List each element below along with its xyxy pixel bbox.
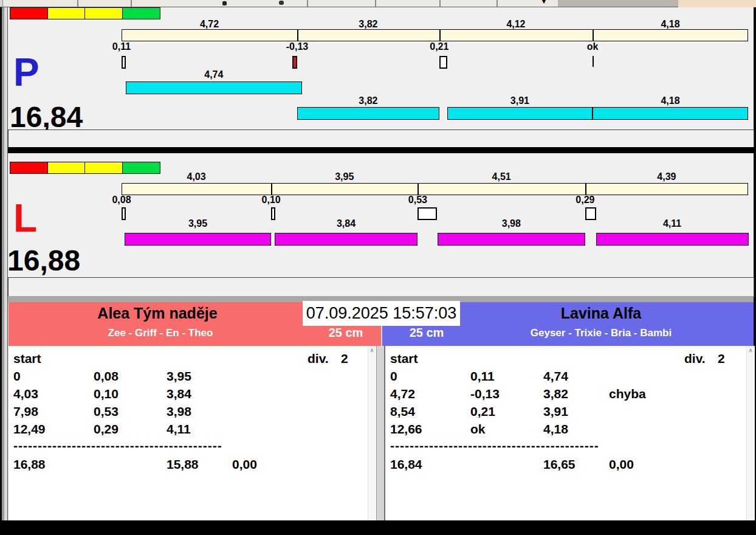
scroll-up-icon[interactable]: ∧: [368, 347, 376, 353]
start-light: [10, 162, 48, 174]
start-light: [122, 7, 160, 19]
team-size-class: 25 cm: [393, 326, 460, 340]
run-row-time: 12,66: [390, 422, 422, 437]
list-separator: ----------------------------------------…: [13, 438, 222, 453]
summary-total: 16,88: [13, 457, 46, 472]
run-row-exchange: -0,13: [470, 387, 500, 401]
exchange-marker: [439, 56, 447, 69]
exchange-time-label: -0,13: [255, 41, 340, 52]
dog-run-time-label: 3,91: [477, 95, 562, 106]
split-time-label: 4,18: [628, 19, 713, 30]
split-divider: [271, 184, 272, 195]
scrollbar[interactable]: ∧: [746, 346, 755, 520]
summary-total: 16,84: [390, 457, 422, 472]
dog-run-bar: [275, 233, 418, 246]
lane-label: P: [13, 52, 80, 95]
run-row-split: 3,95: [167, 369, 191, 384]
dog-run-bar: [593, 107, 748, 120]
exchange-marker: [122, 56, 126, 69]
split-divider: [585, 184, 586, 195]
list-separator: ----------------------------------------…: [390, 438, 599, 453]
exchange-time-label: 0,53: [375, 195, 460, 205]
run-row-exchange: 0,21: [470, 404, 495, 419]
run-row-split: 4,18: [543, 422, 568, 437]
summary-penalty: 0,00: [609, 457, 634, 472]
split-time-label: 4,12: [473, 19, 558, 30]
run-row-split: 3,82: [543, 387, 568, 401]
split-time-label: 3,82: [326, 19, 411, 30]
team-size-class: 25 cm: [312, 326, 379, 340]
team-run-list[interactable]: ∧ startdiv.200,114,744,72-0,133,82chyba8…: [384, 346, 755, 520]
run-row-split: 3,91: [543, 404, 568, 419]
split-divider: [418, 184, 419, 195]
split-divider: [297, 30, 298, 41]
scroll-up-icon[interactable]: ∧: [747, 347, 754, 353]
run-row-time: 0: [390, 369, 397, 384]
start-light: [84, 7, 123, 19]
exchange-marker: [585, 207, 596, 220]
exchange-marker: [271, 207, 275, 220]
exchange-marker: [292, 56, 297, 69]
dog-run-bar: [126, 81, 302, 94]
team-run-list[interactable]: ∧ startdiv.200,083,954,030,103,847,980,5…: [9, 346, 377, 520]
team-name: Lavina Alfa: [449, 305, 753, 322]
summary-penalty: 0,00: [232, 457, 257, 472]
run-row-time: 7,98: [13, 404, 38, 419]
lane-label: L: [13, 198, 80, 241]
start-light: [47, 162, 86, 174]
exchange-marker: [418, 207, 437, 220]
app-window: ▼ 4,723,824,124,180,11-0,130,21ok4,743,8…: [0, 0, 756, 535]
run-row-exchange: 0,11: [470, 369, 495, 384]
split-divider: [439, 30, 441, 41]
dog-run-bar: [297, 107, 439, 120]
run-row-exchange: 0,10: [94, 387, 119, 401]
run-row-exchange: 0,53: [94, 404, 119, 419]
start-light: [10, 7, 48, 19]
split-divider: [593, 30, 594, 41]
list-division-label: div.: [308, 351, 329, 366]
start-light: [47, 7, 86, 19]
split-time-label: 4,03: [154, 171, 239, 182]
split-time-label: 3,95: [302, 171, 387, 182]
run-row-split: 3,98: [167, 404, 191, 419]
dog-run-time-label: 4,18: [628, 95, 713, 106]
split-track: [122, 183, 748, 195]
clock: 07.09.2025 15:57:03: [303, 301, 460, 326]
run-row-time: 8,54: [390, 404, 415, 419]
split-time-label: 4,51: [459, 171, 544, 182]
exchange-time-label: 0,21: [397, 41, 482, 52]
scrollbar[interactable]: ∧: [368, 346, 376, 520]
list-division-value: 2: [718, 351, 725, 366]
run-row-split: 4,11: [167, 422, 191, 437]
exchange-time-label: 0,11: [79, 41, 164, 52]
list-start-label: start: [13, 351, 41, 366]
exchange-ok-tick: [593, 56, 594, 67]
team-dogs: Zee - Griff - En - Theo: [9, 327, 312, 339]
footer-bar: [0, 520, 756, 535]
dog-run-bar: [447, 107, 593, 120]
run-row-split: 4,74: [543, 369, 568, 384]
run-row-time: 0: [13, 369, 21, 384]
dog-run-bar: [438, 233, 585, 246]
run-row-note: chyba: [609, 387, 646, 401]
exchange-time-label: ok: [550, 41, 635, 52]
list-division-label: div.: [684, 351, 706, 366]
split-time-label: 4,39: [624, 171, 709, 182]
dog-run-bar: [596, 233, 749, 246]
dog-run-time-label: 3,98: [469, 218, 554, 229]
progress-strip-l: [8, 277, 754, 297]
run-row-time: 4,72: [390, 387, 415, 401]
teams-section: Alea Tým naděje Zee - Griff - En - Theo …: [8, 302, 754, 520]
list-division-value: 2: [341, 351, 348, 366]
run-row-exchange: ok: [470, 422, 486, 437]
start-light: [84, 162, 123, 174]
lane-separator: [8, 147, 755, 153]
team-name: Alea Tým naděje: [9, 305, 306, 322]
run-row-split: 3,84: [167, 387, 191, 401]
dog-run-time-label: 3,95: [156, 218, 241, 229]
exchange-time-label: 0,10: [229, 195, 314, 205]
dog-run-bar: [125, 233, 271, 246]
exchange-time-label: 0,08: [79, 195, 164, 205]
dog-run-time-label: 3,82: [326, 95, 411, 106]
dog-run-time-label: 4,11: [630, 218, 715, 229]
